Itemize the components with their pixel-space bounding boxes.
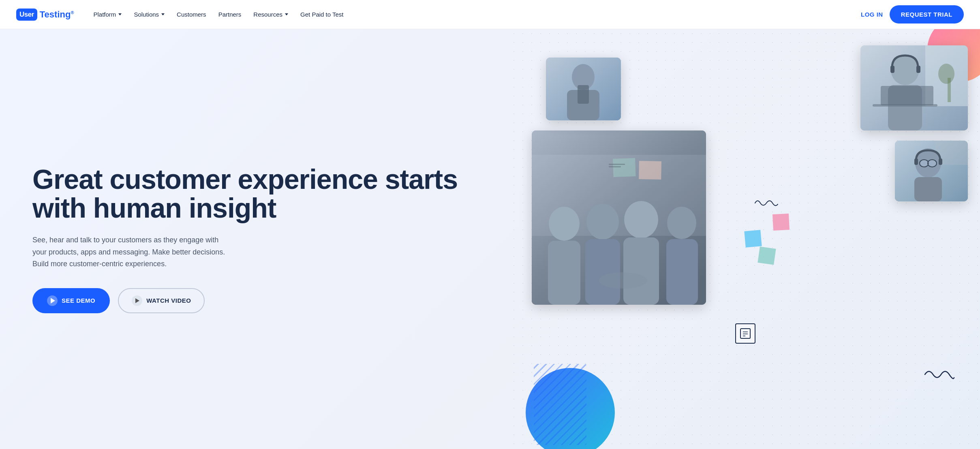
- svg-rect-8: [578, 85, 589, 104]
- squiggle-decoration: [923, 366, 956, 384]
- see-demo-button[interactable]: SEE DEMO: [32, 288, 110, 313]
- photo-man-headphones: [860, 45, 968, 130]
- svg-point-39: [920, 160, 929, 167]
- hero-headline: Great customer experience starts with hu…: [32, 165, 485, 223]
- logo-brand-text: Testing®: [40, 9, 74, 20]
- nav-item-get-paid[interactable]: Get Paid to Test: [295, 8, 348, 21]
- nav-links: Platform Solutions Customers Partners Re…: [89, 8, 861, 21]
- svg-point-25: [549, 207, 580, 241]
- svg-rect-38: [939, 158, 942, 165]
- play-outline-icon: [132, 295, 142, 306]
- svg-rect-23: [609, 164, 625, 165]
- svg-rect-14: [890, 66, 894, 73]
- hero-subtext: See, hear and talk to your customers as …: [32, 234, 227, 270]
- photo-card-man-smile: [895, 141, 968, 201]
- notebook-icon: [735, 323, 755, 344]
- sticky-pink: [772, 214, 790, 231]
- play-triangle-dark-icon: [135, 298, 139, 303]
- svg-point-40: [928, 160, 937, 167]
- squiggle-overlay: [754, 197, 779, 211]
- photo-card-woman-phone: [546, 58, 621, 120]
- photo-group: [532, 130, 706, 305]
- svg-rect-32: [666, 239, 698, 305]
- logo-box: User: [16, 9, 37, 21]
- svg-point-29: [624, 201, 658, 238]
- svg-rect-26: [548, 241, 580, 305]
- svg-rect-21: [613, 158, 636, 177]
- nav-right: LOG IN REQUEST TRIAL: [861, 5, 964, 24]
- chevron-down-icon: [118, 13, 122, 15]
- nav-item-customers[interactable]: Customers: [172, 8, 211, 21]
- nav-item-solutions[interactable]: Solutions: [129, 8, 169, 21]
- play-triangle-icon: [51, 298, 55, 304]
- svg-point-31: [667, 207, 696, 239]
- sticky-teal: [758, 246, 776, 265]
- photo-card-group: [532, 130, 706, 305]
- photo-woman-phone: [546, 58, 621, 120]
- svg-point-33: [599, 272, 647, 289]
- navigation: User Testing® Platform Solutions Custome…: [0, 0, 980, 29]
- logo-box-text: User: [19, 11, 34, 19]
- hero-right: [509, 29, 980, 449]
- play-icon: [47, 295, 58, 306]
- svg-rect-28: [585, 239, 620, 305]
- photo-card-man-headphones: [860, 45, 968, 130]
- sticky-blue: [744, 230, 762, 248]
- svg-rect-24: [609, 166, 621, 167]
- hero-left: Great customer experience starts with hu…: [0, 29, 509, 449]
- diagonal-lines-decoration: [534, 364, 586, 445]
- svg-point-12: [938, 64, 954, 84]
- nav-item-platform[interactable]: Platform: [89, 8, 127, 21]
- svg-rect-30: [623, 237, 659, 305]
- svg-rect-37: [914, 158, 918, 165]
- svg-rect-42: [914, 177, 942, 201]
- photo-man-smile: [895, 141, 968, 201]
- svg-rect-22: [639, 161, 662, 180]
- hero-section: Great customer experience starts with hu…: [0, 29, 980, 449]
- chevron-down-icon: [285, 13, 288, 15]
- svg-rect-18: [881, 86, 933, 105]
- hero-buttons: SEE DEMO WATCH VIDEO: [32, 288, 485, 313]
- logo[interactable]: User Testing®: [16, 9, 74, 21]
- svg-rect-1: [740, 329, 750, 338]
- svg-rect-15: [916, 66, 920, 73]
- login-link[interactable]: LOG IN: [861, 11, 883, 18]
- watch-video-button[interactable]: WATCH VIDEO: [118, 288, 205, 313]
- chevron-down-icon: [161, 13, 165, 15]
- svg-point-27: [586, 204, 619, 239]
- nav-item-resources[interactable]: Resources: [248, 8, 293, 21]
- nav-item-partners[interactable]: Partners: [214, 8, 246, 21]
- request-trial-button[interactable]: REQUEST TRIAL: [890, 5, 964, 24]
